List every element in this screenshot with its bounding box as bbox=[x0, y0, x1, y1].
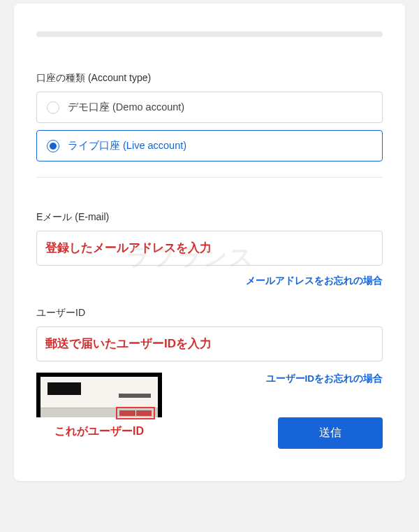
userid-label: ユーザーID bbox=[36, 307, 383, 319]
radio-selected-icon bbox=[47, 140, 59, 152]
forgot-userid-link[interactable]: ユーザーIDをお忘れの場合 bbox=[266, 373, 383, 385]
account-type-label: 口座の種類 (Account type) bbox=[36, 72, 383, 85]
userid-input[interactable] bbox=[36, 326, 383, 361]
demo-account-label: デモ口座 (Demo account) bbox=[68, 101, 184, 114]
account-type-live-option[interactable]: ライブ口座 (Live account) bbox=[36, 130, 383, 161]
submit-button[interactable]: 送信 bbox=[278, 417, 383, 449]
radio-unselected-icon bbox=[47, 101, 59, 114]
top-progress-bar bbox=[36, 31, 383, 37]
account-type-demo-option[interactable]: デモ口座 (Demo account) bbox=[36, 92, 383, 123]
login-form-card: ラフランス 口座の種類 (Account type) デモ口座 (Demo ac… bbox=[14, 3, 405, 481]
live-account-label: ライブ口座 (Live account) bbox=[68, 139, 186, 152]
email-input[interactable] bbox=[36, 231, 383, 266]
userid-image-caption: これがユーザーID bbox=[36, 424, 162, 439]
forgot-email-link[interactable]: メールアドレスをお忘れの場合 bbox=[246, 275, 383, 286]
userid-envelope-image bbox=[36, 373, 162, 417]
email-label: Eメール (E-mail) bbox=[36, 211, 383, 224]
section-divider bbox=[36, 177, 383, 178]
